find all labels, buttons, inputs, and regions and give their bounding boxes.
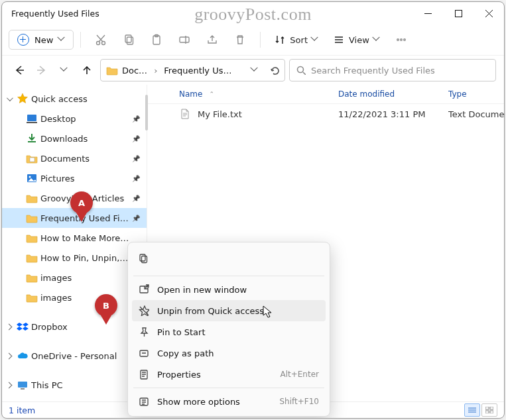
title-bar: Frequently Used Files (2, 2, 504, 25)
sidebar: Quick access Desktop📌Downloads📌Documents… (2, 85, 147, 403)
folder-icon (26, 291, 38, 303)
maximize-button[interactable] (443, 2, 474, 25)
ctx-properties[interactable]: Properties Alt+Enter (132, 364, 326, 385)
svg-point-5 (102, 42, 105, 45)
copy-icon (138, 253, 149, 264)
ctx-copy-as-path[interactable]: Copy as path (132, 342, 326, 364)
forward-button[interactable] (32, 61, 51, 79)
folder-icon (26, 232, 38, 244)
refresh-icon (270, 66, 279, 75)
sidebar-item-9[interactable]: images (2, 288, 147, 307)
separator (260, 32, 261, 48)
toolbar: New Sort View (2, 25, 504, 56)
explorer-window: groovyPost.com Frequently Used Files New… (1, 1, 505, 419)
rename-button[interactable] (171, 28, 198, 52)
svg-point-18 (298, 67, 304, 73)
address-dropdown[interactable] (245, 60, 265, 80)
sidebar-item-0[interactable]: Desktop📌 (2, 109, 147, 129)
pin-icon: 📌 (132, 155, 143, 162)
folder-icon (106, 64, 118, 76)
separator (133, 276, 324, 276)
more-button[interactable] (388, 28, 414, 52)
share-button[interactable] (199, 28, 225, 52)
sidebar-item-label: How to Make More Spa (40, 233, 129, 243)
ctx-pin-to-start[interactable]: Pin to Start (132, 321, 326, 342)
sidebar-item-7[interactable]: How to Pin, Unpin, Hid (2, 248, 147, 268)
pin-icon: 📌 (132, 175, 143, 182)
col-name[interactable]: Name ⌃ (179, 89, 338, 99)
back-button[interactable] (10, 61, 29, 79)
docfolder-icon (26, 152, 38, 164)
sidebar-item-6[interactable]: How to Make More Spa (2, 228, 147, 248)
expand-icon[interactable] (3, 381, 14, 390)
sidebar-dropbox[interactable]: Dropbox (2, 317, 147, 337)
new-button[interactable]: New (9, 30, 74, 50)
svg-point-25 (29, 176, 31, 178)
sidebar-this-pc[interactable]: This PC (2, 375, 147, 395)
sidebar-scrollbar[interactable] (145, 95, 148, 131)
col-date[interactable]: Date modified (338, 89, 448, 99)
sidebar-quick-access[interactable]: Quick access (2, 89, 147, 109)
breadcrumb-chevron[interactable]: › (153, 66, 158, 76)
chevron-down-icon (251, 67, 258, 74)
expand-icon[interactable] (3, 323, 14, 331)
details-view-button[interactable] (464, 403, 480, 417)
svg-rect-6 (125, 35, 131, 42)
trash-icon (234, 34, 246, 46)
sidebar-item-2[interactable]: Documents📌 (2, 148, 147, 168)
new-label: New (34, 35, 53, 45)
sort-label: Sort (290, 35, 308, 45)
ctx-open-new-window[interactable]: Open in new window (132, 279, 326, 300)
sidebar-item-8[interactable]: images (2, 268, 147, 288)
nav-row: Doc… › Frequently Us… Search Frequently … (2, 56, 504, 85)
sidebar-item-label: Pictures (40, 174, 129, 184)
view-button[interactable]: View (326, 28, 387, 52)
col-type[interactable]: Type (448, 89, 505, 99)
ctx-show-more[interactable]: Show more options Shift+F10 (132, 391, 326, 412)
close-button[interactable] (474, 2, 504, 25)
more-icon (395, 34, 407, 46)
search-input[interactable]: Search Frequently Used Files (289, 59, 496, 81)
address-bar[interactable]: Doc… › Frequently Us… (100, 59, 285, 81)
window-title: Frequently Used Files (2, 9, 99, 19)
folder-icon (26, 212, 38, 224)
sort-asc-icon: ⌃ (209, 91, 214, 97)
desktop-icon (26, 113, 38, 125)
share-icon (206, 34, 218, 46)
sort-button[interactable]: Sort (267, 28, 325, 52)
paste-button[interactable] (143, 28, 170, 52)
copy-button[interactable] (115, 28, 142, 52)
up-button[interactable] (78, 61, 96, 79)
cut-button[interactable] (88, 28, 114, 52)
address-root[interactable]: Doc… (101, 60, 153, 81)
star-icon (17, 93, 29, 105)
copy-icon (123, 34, 135, 46)
sidebar-onedrive[interactable]: OneDrive - Personal (2, 346, 147, 366)
thumbnails-view-button[interactable] (481, 403, 497, 417)
ctx-copy-icon[interactable] (133, 248, 153, 269)
quick-access-label: Quick access (31, 94, 147, 104)
delete-button[interactable] (227, 28, 253, 52)
refresh-button[interactable] (265, 60, 285, 80)
ctx-unpin-quick-access[interactable]: Unpin from Quick access (132, 300, 326, 321)
address-seg-2[interactable]: Frequently Us… (158, 60, 237, 81)
file-name: My File.txt (198, 109, 242, 119)
svg-rect-39 (142, 256, 147, 263)
expand-icon[interactable] (3, 95, 14, 103)
minimize-button[interactable] (412, 2, 443, 25)
ctx-more-label: Show more options (157, 397, 271, 407)
svg-point-15 (397, 39, 399, 41)
expand-icon[interactable] (3, 352, 14, 360)
list-row[interactable]: My File.txt11/22/2021 3:11 PMText Docume… (147, 104, 505, 124)
svg-rect-27 (21, 388, 25, 390)
svg-line-19 (303, 72, 306, 75)
sidebar-item-3[interactable]: Pictures📌 (2, 168, 147, 188)
recent-button[interactable] (55, 61, 74, 79)
cloud-icon (17, 350, 29, 362)
svg-rect-34 (485, 407, 489, 409)
ctx-pinstart-label: Pin to Start (157, 327, 319, 337)
search-placeholder: Search Frequently Used Files (311, 66, 435, 76)
more-options-icon (139, 396, 149, 407)
sidebar-item-1[interactable]: Downloads📌 (2, 129, 147, 148)
ctx-copypath-label: Copy as path (157, 348, 319, 358)
